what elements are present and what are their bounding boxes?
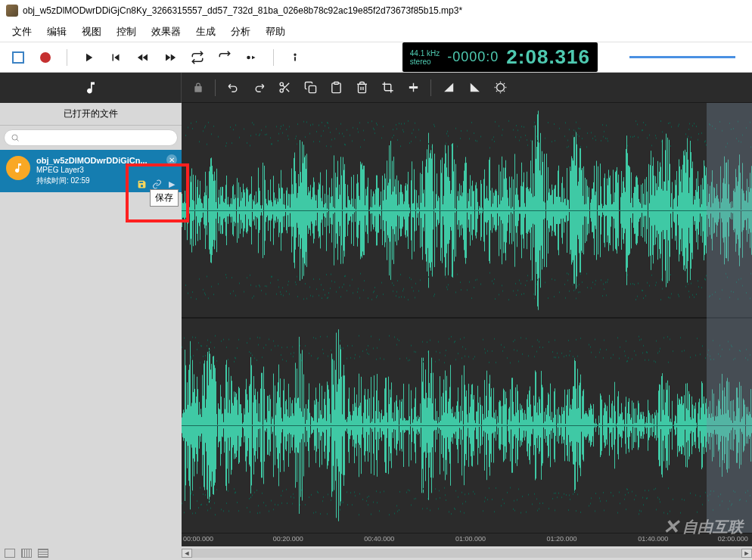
sample-rate: 44.1 kHz [410,49,440,58]
info-button[interactable] [286,48,304,67]
ruler-tick: 00:40.000 [364,535,394,543]
audio-format-info: 44.1 kHz stereo [410,49,440,66]
menu-effects[interactable]: 效果器 [145,23,187,41]
link-icon[interactable] [151,179,162,189]
separator [215,79,216,96]
waveform-canvas[interactable] [182,103,752,533]
music-file-icon [6,156,30,180]
cut-button[interactable] [275,78,294,98]
waveform-area[interactable] [182,103,752,533]
undo-button[interactable] [223,78,243,98]
main-area: 已打开的文件 obj_w5zDlMODwrDDiGjCn... MPEG Lay… [0,73,752,546]
svg-point-3 [280,82,283,86]
menu-edit[interactable]: 编辑 [41,23,73,41]
window-title: obj_w5zDlMODwrDDiGjCn8Ky_3266315557_dd57… [23,5,462,16]
menu-control[interactable]: 控制 [110,23,142,41]
skip-start-button[interactable] [107,48,125,67]
app-icon [6,5,18,17]
file-format: MPEG Layer3 [6,165,176,176]
loop-button[interactable] [188,48,207,67]
crop-button[interactable] [378,78,397,98]
svg-point-4 [280,89,283,92]
file-duration-label: 持续时间: [36,176,69,185]
scroll-right-button[interactable]: ► [741,549,752,558]
view-mode-3-button[interactable] [38,549,48,558]
delete-button[interactable] [352,78,371,98]
save-file-icon[interactable] [136,179,147,189]
menu-bar: 文件 编辑 视图 控制 效果器 生成 分析 帮助 [0,21,752,42]
ruler-tick: 01:00.000 [455,535,486,543]
time-display: 44.1 kHz stereo -0000:0 2:08.316 [402,42,598,72]
svg-rect-6 [334,82,338,84]
separator [430,79,431,96]
file-name: obj_w5zDlMODwrDDiGjCn... [36,156,176,165]
menu-file[interactable]: 文件 [6,23,38,41]
ruler-tick: 00:00.000 [183,535,213,543]
trim-button[interactable] [403,78,423,98]
ruler-tick: 00:20.000 [273,535,303,543]
time-main: 2:08.316 [506,45,590,69]
loop-selection-button[interactable] [216,48,234,67]
menu-view[interactable]: 视图 [76,23,107,41]
record-mode-button[interactable] [243,48,261,67]
time-prefix: -0000:0 [447,49,499,65]
menu-analyze[interactable]: 分析 [225,23,256,41]
ruler-tick: 01:40.000 [638,535,668,543]
channels: stereo [410,58,440,66]
save-tooltip: 保存 [150,189,179,207]
sidebar-header: 已打开的文件 [0,103,182,126]
editor-toolbar [182,73,752,103]
search-icon [11,133,20,142]
play-item-icon[interactable]: ▶ [166,179,177,189]
view-mode-2-button[interactable] [21,549,32,558]
file-list-item[interactable]: obj_w5zDlMODwrDDiGjCn... MPEG Layer3 持续时… [0,150,182,192]
search-input[interactable] [4,129,178,146]
ruler-tick: 02:00.000 [718,535,748,543]
record-button[interactable] [36,48,54,67]
svg-rect-5 [309,86,315,92]
copy-button[interactable] [300,78,320,98]
menu-help[interactable]: 帮助 [259,23,291,41]
menu-generate[interactable]: 生成 [190,23,222,41]
fade-out-button[interactable] [465,78,484,98]
lock-icon [189,82,207,93]
separator [273,49,274,66]
separator [67,49,67,66]
file-actions: ▶ [136,179,177,189]
svg-point-7 [496,84,504,92]
view-mode-1-button[interactable] [5,549,15,558]
close-file-button[interactable]: ✕ [166,154,177,165]
forward-button[interactable] [161,48,179,67]
paste-button[interactable] [326,78,346,98]
fade-in-button[interactable] [439,78,458,98]
ruler-tick: 01:20.000 [547,535,577,543]
bottom-bar: ◄ ► [0,546,752,560]
redo-button[interactable] [249,78,269,98]
settings-button[interactable] [490,78,510,98]
title-bar: obj_w5zDlMODwrDDiGjCn8Ky_3266315557_dd57… [0,0,752,21]
scroll-left-button[interactable]: ◄ [182,549,192,558]
transport-toolbar: 44.1 kHz stereo -0000:0 2:08.316 [0,42,752,73]
sidebar: 已打开的文件 obj_w5zDlMODwrDDiGjCn... MPEG Lay… [0,73,182,546]
file-duration: 02:59 [71,176,90,185]
horizontal-scrollbar[interactable] [192,549,741,558]
level-meter [629,56,735,58]
sidebar-search-wrap [0,126,182,150]
svg-point-1 [294,54,296,55]
sidebar-tab-files[interactable] [0,73,182,103]
svg-point-0 [247,55,250,59]
editor-panel: 00:00.000 00:20.000 00:40.000 01:00.000 … [182,73,752,546]
play-button[interactable] [79,48,98,67]
rewind-button[interactable] [134,48,152,67]
svg-point-2 [12,135,17,140]
stop-button[interactable] [9,48,27,67]
time-ruler[interactable]: 00:00.000 00:20.000 00:40.000 01:00.000 … [182,533,752,546]
